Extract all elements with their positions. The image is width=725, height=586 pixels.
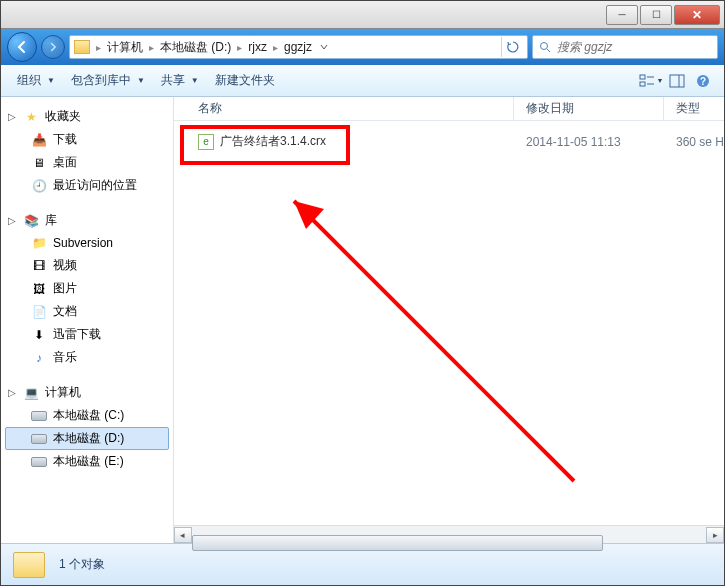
tree-item-label: 迅雷下载 [53,326,101,343]
svg-marker-11 [294,201,324,229]
breadcrumb-segment[interactable]: rjxz [248,40,267,54]
navigation-pane[interactable]: ▷ ★ 收藏夹 📥下载 🖥桌面 🕘最近访问的位置 ▷ 📚 库 📁Subversi… [1,97,174,543]
refresh-button[interactable] [501,37,523,57]
subversion-icon: 📁 [31,235,47,251]
tree-item-label: 本地磁盘 (C:) [53,407,124,424]
computer-icon: 💻 [23,385,39,401]
share-menu[interactable]: 共享▼ [153,68,207,93]
arrow-left-icon [15,40,29,54]
breadcrumb-segment[interactable]: 计算机 [107,39,143,56]
file-row[interactable]: e 广告终结者3.1.4.crx 2014-11-05 11:13 360 se… [174,129,724,154]
new-folder-button[interactable]: 新建文件夹 [207,68,283,93]
chevron-right-icon: ▸ [96,42,101,53]
forward-button[interactable] [41,35,65,59]
favorites-label: 收藏夹 [45,108,81,125]
chevron-right-icon: ▸ [273,42,278,53]
computer-label: 计算机 [45,384,81,401]
preview-pane-icon [669,74,685,88]
svg-rect-2 [640,75,645,79]
file-area[interactable]: e 广告终结者3.1.4.crx 2014-11-05 11:13 360 se… [174,121,724,525]
collapse-icon[interactable]: ▷ [7,215,17,226]
scroll-thumb[interactable] [192,535,603,551]
preview-pane-button[interactable] [664,70,690,92]
collapse-icon[interactable]: ▷ [7,111,17,122]
chevron-down-icon [320,43,328,51]
organize-menu[interactable]: 组织▼ [9,68,63,93]
pictures-icon: 🖼 [31,281,47,297]
address-bar[interactable]: ▸ 计算机 ▸ 本地磁盘 (D:) ▸ rjxz ▸ ggzjz [69,35,528,59]
breadcrumb-segment[interactable]: ggzjz [284,40,312,54]
library-header[interactable]: ▷ 📚 库 [5,209,169,232]
help-button[interactable]: ? [690,70,716,92]
tree-item-thunder[interactable]: ⬇迅雷下载 [5,323,169,346]
share-label: 共享 [161,72,185,89]
column-header-row: 名称 修改日期 类型 [174,97,724,121]
column-header-type[interactable]: 类型 [664,97,724,120]
tree-item-documents[interactable]: 📄文档 [5,300,169,323]
column-header-name[interactable]: 名称 [174,97,514,120]
computer-header[interactable]: ▷ 💻 计算机 [5,381,169,404]
window-titlebar: ─ ☐ ✕ [1,1,724,29]
scroll-left-button[interactable]: ◂ [174,527,192,543]
library-icon: 📚 [23,213,39,229]
tree-item-label: 图片 [53,280,77,297]
tree-item-label: Subversion [53,236,113,250]
breadcrumb-dropdown[interactable] [318,43,330,51]
main-area: ▷ ★ 收藏夹 📥下载 🖥桌面 🕘最近访问的位置 ▷ 📚 库 📁Subversi… [1,97,724,543]
favorites-group: ▷ ★ 收藏夹 📥下载 🖥桌面 🕘最近访问的位置 [5,105,169,197]
new-folder-label: 新建文件夹 [215,72,275,89]
maximize-icon: ☐ [652,9,661,20]
window-maximize-button[interactable]: ☐ [640,5,672,25]
search-box[interactable] [532,35,718,59]
star-icon: ★ [23,109,39,125]
tree-item-downloads[interactable]: 📥下载 [5,128,169,151]
tree-item-music[interactable]: ♪音乐 [5,346,169,369]
include-in-library-menu[interactable]: 包含到库中▼ [63,68,153,93]
tree-item-drive-d[interactable]: 本地磁盘 (D:) [5,427,169,450]
computer-group: ▷ 💻 计算机 本地磁盘 (C:) 本地磁盘 (D:) 本地磁盘 (E:) [5,381,169,473]
tree-item-videos[interactable]: 🎞视频 [5,254,169,277]
column-header-date[interactable]: 修改日期 [514,97,664,120]
change-view-button[interactable]: ▼ [638,70,664,92]
horizontal-scrollbar[interactable]: ◂ ▸ [174,525,724,543]
videos-icon: 🎞 [31,258,47,274]
collapse-icon[interactable]: ▷ [7,387,17,398]
disk-icon [31,457,47,467]
tree-item-recent[interactable]: 🕘最近访问的位置 [5,174,169,197]
chevron-down-icon: ▼ [657,77,664,84]
thunder-icon: ⬇ [31,327,47,343]
tree-item-drive-c[interactable]: 本地磁盘 (C:) [5,404,169,427]
scroll-right-button[interactable]: ▸ [706,527,724,543]
library-label: 库 [45,212,57,229]
tree-item-label: 桌面 [53,154,77,171]
svg-line-10 [294,201,574,481]
chevron-right-icon: ▸ [237,42,242,53]
tree-item-label: 视频 [53,257,77,274]
search-input[interactable] [557,40,713,54]
search-icon [537,39,553,55]
file-name: 广告终结者3.1.4.crx [220,133,326,150]
annotation-arrow-icon [264,171,604,501]
desktop-icon: 🖥 [31,155,47,171]
tree-item-label: 文档 [53,303,77,320]
downloads-icon: 📥 [31,132,47,148]
minimize-icon: ─ [618,9,625,20]
tree-item-desktop[interactable]: 🖥桌面 [5,151,169,174]
command-toolbar: 组织▼ 包含到库中▼ 共享▼ 新建文件夹 ▼ ? [1,65,724,97]
tree-item-drive-e[interactable]: 本地磁盘 (E:) [5,450,169,473]
back-button[interactable] [7,32,37,62]
window-close-button[interactable]: ✕ [674,5,720,25]
breadcrumb-segment[interactable]: 本地磁盘 (D:) [160,39,231,56]
recent-icon: 🕘 [31,178,47,194]
tree-item-pictures[interactable]: 🖼图片 [5,277,169,300]
help-icon: ? [696,74,710,88]
window-minimize-button[interactable]: ─ [606,5,638,25]
tree-item-label: 最近访问的位置 [53,177,137,194]
file-type: 360 se H [664,135,724,149]
svg-point-0 [541,43,548,50]
svg-text:?: ? [700,76,706,87]
chevron-down-icon: ▼ [191,76,199,85]
tree-item-subversion[interactable]: 📁Subversion [5,232,169,254]
favorites-header[interactable]: ▷ ★ 收藏夹 [5,105,169,128]
svg-rect-6 [670,75,684,87]
